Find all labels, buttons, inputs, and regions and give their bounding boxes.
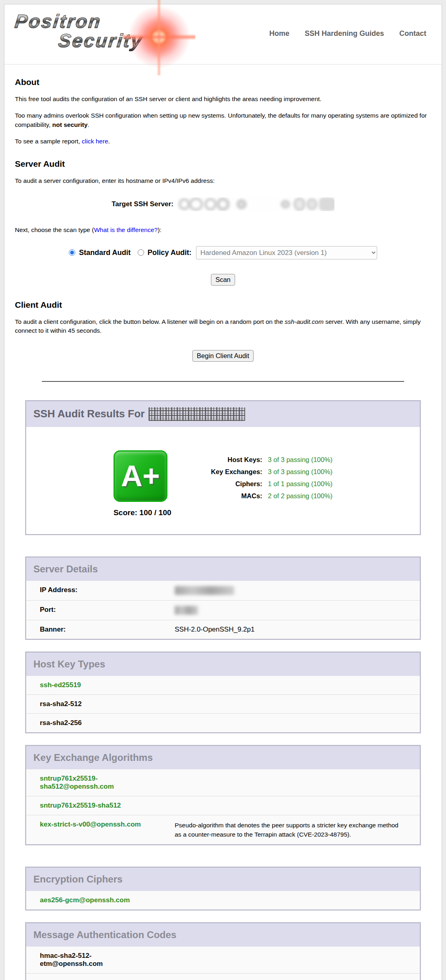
sample-report-text: To see a sample report, [15, 138, 82, 145]
stat-row-macs: MACs: 2 of 2 passing (100%) [195, 492, 333, 500]
client-audit-paragraph: To audit a client configuration, click t… [15, 317, 431, 336]
host-key-name: rsa-sha2-256 [40, 719, 82, 727]
client-audit-text: To audit a client configuration, click t… [15, 318, 285, 325]
table-row: rsa-sha2-256 [26, 713, 420, 732]
target-server-input-redacted[interactable] [177, 197, 334, 211]
stat-row-key-exchanges: Key Exchanges: 3 of 3 passing (100%) [195, 468, 333, 476]
section-divider [42, 381, 404, 382]
cipher-name: aes256-gcm@openssh.com [40, 896, 130, 904]
stat-row-host-keys: Host Keys: 3 of 3 passing (100%) [195, 456, 333, 464]
scan-type-paragraph: Next, choose the scan type (What is the … [15, 226, 431, 234]
redacted-value [175, 606, 198, 615]
table-row: aes256-gcm@openssh.com [26, 891, 420, 910]
stat-value: 1 of 1 passing (100%) [268, 480, 333, 488]
table-row: sntrup761x25519-sha512 [26, 796, 420, 815]
results-body: A+ Score: 100 / 100 Host Keys: 3 of 3 pa… [26, 427, 420, 534]
ip-address-value-redacted [175, 586, 234, 595]
table-row: rsa-sha2-512 [26, 694, 420, 713]
server-details-panel: Server Details IP Address: Port: Banner:… [25, 557, 421, 640]
stat-label: Host Keys: [195, 456, 262, 464]
table-row: sntrup761x25519- sha512@openssh.com [26, 769, 420, 796]
stat-row-ciphers: Ciphers: 1 of 1 passing (100%) [195, 480, 333, 488]
blurred-text-blob [281, 200, 290, 209]
macs-panel: Message Authentication Codes hmac-sha2-5… [25, 922, 421, 980]
host-key-types-title: Host Key Types [26, 653, 420, 676]
about-paragraph-2: Too many admins overlook SSH configurati… [15, 111, 431, 129]
policy-select[interactable]: Hardened Amazon Linux 2023 (version 1) [196, 246, 377, 259]
main-nav: Home SSH Hardening Guides Contact [269, 29, 426, 60]
client-audit-title: Client Audit [15, 300, 431, 310]
blurred-text-blob [306, 198, 318, 210]
table-row: kex-strict-s-v00@openssh.com Pseudo-algo… [26, 815, 420, 845]
page-content: About This free tool audits the configur… [4, 77, 442, 980]
ssh-audit-results-panel: SSH Audit Results For A+ Score: 100 / 10… [25, 400, 421, 535]
macs-title: Message Authentication Codes [26, 923, 420, 947]
stats-column: Host Keys: 3 of 3 passing (100%) Key Exc… [195, 450, 333, 517]
server-details-title: Server Details [26, 557, 420, 581]
begin-client-audit-row: Begin Client Audit [15, 350, 431, 362]
nav-contact[interactable]: Contact [399, 29, 426, 38]
nav-home[interactable]: Home [269, 29, 289, 38]
scan-type-difference-link[interactable]: What is the difference? [94, 226, 157, 233]
grade-column: A+ Score: 100 / 100 [114, 450, 171, 517]
standard-audit-label[interactable]: Standard Audit [79, 249, 130, 257]
about-paragraph-1: This free tool audits the configuration … [15, 95, 431, 104]
banner-value: SSH-2.0-OpenSSH_9.2p1 [175, 626, 254, 634]
blurred-text-blob [319, 197, 334, 211]
table-row: hmac-sha2-512- etm@openssh.com [26, 947, 420, 973]
main-content-box: Positron Security Home SSH Hardening Gui… [4, 4, 442, 980]
scan-type-row: Standard Audit Policy Audit: Hardened Am… [15, 246, 431, 259]
table-row: IP Address: [26, 581, 420, 600]
stat-label: MACs: [195, 492, 262, 500]
nav-ssh-hardening-guides[interactable]: SSH Hardening Guides [305, 29, 384, 38]
blurred-text-blob [204, 198, 217, 211]
results-panel-title: SSH Audit Results For [26, 401, 420, 427]
standard-audit-radio[interactable] [69, 249, 75, 256]
positron-security-logo[interactable]: Positron Security [15, 11, 208, 60]
blurred-text-blob [293, 197, 306, 211]
key-exchange-panel: Key Exchange Algorithms sntrup761x25519-… [25, 745, 421, 845]
target-server-row: Target SSH Server: [15, 197, 431, 211]
site-header: Positron Security Home SSH Hardening Gui… [4, 4, 442, 64]
server-audit-title: Server Audit [15, 159, 431, 169]
about-title: About [15, 77, 431, 87]
port-label: Port: [40, 606, 175, 615]
score-label: Score: 100 / 100 [114, 508, 171, 517]
begin-client-audit-button[interactable]: Begin Client Audit [192, 350, 254, 362]
policy-audit-radio[interactable] [138, 249, 144, 256]
encryption-ciphers-title: Encryption Ciphers [26, 868, 420, 891]
scan-type-text: Next, choose the scan type ( [15, 226, 94, 233]
results-title-text: SSH Audit Results For [33, 408, 145, 420]
client-audit-domain: ssh-audit.com [285, 318, 323, 325]
stat-value: 3 of 3 passing (100%) [268, 456, 333, 464]
about-p2-bold: not security [52, 121, 88, 128]
about-p2-end: . [88, 121, 89, 128]
blurred-text-blob [216, 197, 230, 211]
host-key-types-panel: Host Key Types ssh-ed25519 rsa-sha2-512 … [25, 652, 421, 733]
banner-label: Banner: [40, 626, 175, 634]
kex-name: sntrup761x25519- sha512@openssh.com [40, 775, 153, 791]
redacted-value [175, 586, 234, 595]
logo-line2: Security [57, 30, 144, 51]
table-row: hmac-sha2-256- etm@openssh.com [26, 973, 420, 980]
scan-button[interactable]: Scan [211, 274, 235, 286]
scan-type-end: ): [158, 226, 161, 233]
encryption-ciphers-panel: Encryption Ciphers aes256-gcm@openssh.co… [25, 867, 421, 910]
port-value-redacted [175, 606, 198, 615]
table-row: ssh-ed25519 [26, 676, 420, 694]
sample-report-end: . [108, 138, 110, 145]
table-row: Port: [26, 600, 420, 620]
grade-badge: A+ [114, 450, 167, 502]
table-row: Banner: SSH-2.0-OpenSSH_9.2p1 [26, 620, 420, 639]
logo-line1: Positron [14, 11, 102, 32]
kex-name: kex-strict-s-v00@openssh.com [40, 820, 153, 839]
policy-audit-label[interactable]: Policy Audit: [148, 249, 192, 257]
blurred-text-blob [236, 199, 247, 209]
sample-report-link[interactable]: click here [82, 138, 108, 145]
kex-note: Pseudo-algorithm that denotes the peer s… [175, 820, 402, 839]
redacted-hostname [149, 407, 245, 421]
stat-label: Ciphers: [195, 480, 262, 488]
stat-value: 3 of 3 passing (100%) [268, 468, 333, 476]
host-key-name: ssh-ed25519 [40, 681, 81, 689]
mac-name: hmac-sha2-512- etm@openssh.com [40, 952, 153, 968]
